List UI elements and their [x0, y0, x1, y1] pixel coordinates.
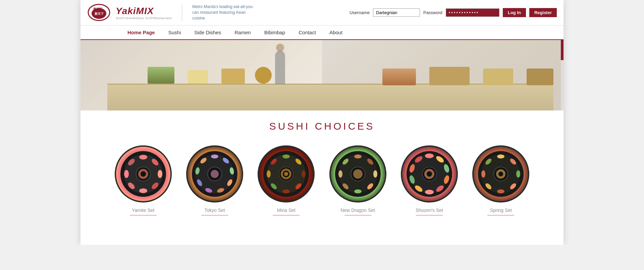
svg-point-36	[282, 189, 290, 193]
svg-point-73	[497, 154, 504, 159]
page-wrapper: 新天下 新天下 YakiMIX Sushi•Smokeless Grill•Re…	[80, 0, 564, 245]
main-content: SUSHI CHOICES	[80, 110, 564, 245]
svg-point-32	[282, 154, 290, 159]
sushi-underline-mina	[273, 215, 300, 216]
svg-point-29	[211, 170, 219, 178]
svg-point-68	[422, 167, 437, 181]
nav: Home Page Sushi Side Dishes Ramen Bibimb…	[80, 26, 564, 40]
logo-emblem: 新天下 新天下	[87, 3, 111, 22]
sushi-name-yamite: Yamite Set	[132, 208, 154, 213]
sushi-item-spring[interactable]: Spring Set	[465, 145, 537, 216]
nav-sushi[interactable]: Sushi	[162, 26, 188, 39]
svg-point-81	[494, 167, 507, 181]
logo-divider	[182, 4, 182, 21]
hero-banner	[80, 40, 564, 110]
svg-point-34	[302, 170, 306, 178]
svg-point-83	[498, 172, 503, 176]
sushi-underline-dragon	[344, 215, 371, 216]
sushi-name-spring: Spring Set	[490, 208, 512, 213]
svg-point-54	[351, 167, 365, 181]
nav-side-dishes[interactable]: Side Dishes	[187, 26, 228, 39]
sushi-item-dragon[interactable]: New Dragon Set	[322, 145, 393, 216]
sushi-image-tokyo	[186, 145, 243, 203]
password-input[interactable]	[446, 8, 499, 17]
hero-scrollbar-thumb	[561, 40, 564, 60]
sushi-item-yamite[interactable]: Yamite Set	[107, 145, 179, 216]
svg-point-77	[497, 189, 504, 193]
username-input[interactable]	[373, 8, 420, 17]
svg-point-50	[354, 189, 362, 193]
svg-point-79	[481, 170, 485, 178]
svg-point-19	[211, 154, 218, 159]
svg-point-55	[353, 169, 363, 179]
svg-point-48	[373, 170, 377, 178]
svg-point-42	[283, 171, 289, 177]
hero-scene	[80, 40, 564, 110]
header-right: Username Password Log In Register	[350, 8, 557, 17]
svg-point-12	[124, 170, 129, 178]
hero-scrollbar[interactable]	[561, 40, 564, 110]
sushi-image-dragon	[329, 145, 386, 203]
svg-point-8	[158, 170, 162, 178]
sushi-item-tokyo[interactable]: Tokyo Set	[179, 145, 250, 216]
sushi-item-mina[interactable]: Mina Set	[251, 145, 322, 216]
sushi-underline-yamite	[130, 215, 157, 216]
svg-point-75	[516, 170, 520, 178]
register-button[interactable]: Register	[529, 8, 557, 17]
nav-home[interactable]: Home Page	[121, 26, 162, 39]
sushi-name-mina: Mina Set	[277, 208, 296, 213]
svg-point-52	[338, 170, 342, 178]
logo-subtitle: Sushi•Smokeless Grill•Restaurant	[116, 16, 172, 20]
password-label: Password	[423, 10, 442, 15]
svg-point-70	[427, 171, 432, 177]
sushi-underline-tokyo	[201, 215, 228, 216]
svg-point-15	[138, 169, 148, 179]
logo-brand: YakiMIX Sushi•Smokeless Grill•Restaurant	[116, 6, 172, 20]
svg-point-46	[354, 154, 362, 159]
svg-point-58	[425, 153, 434, 158]
svg-point-28	[209, 168, 221, 180]
nav-about[interactable]: About	[323, 26, 349, 39]
login-button[interactable]: Log In	[503, 8, 526, 17]
section-title: SUSHI CHOICES	[80, 121, 564, 132]
svg-point-41	[281, 169, 291, 179]
svg-point-10	[139, 188, 147, 193]
svg-point-14	[137, 167, 150, 181]
svg-point-40	[279, 167, 293, 181]
svg-point-38	[267, 170, 271, 178]
username-label: Username	[350, 10, 370, 15]
nav-bibimbap[interactable]: Bibimbap	[258, 26, 292, 39]
sushi-grid: Yamite Set	[80, 145, 564, 216]
logo-name: YakiMIX	[116, 6, 172, 16]
header-left: 新天下 新天下 YakiMIX Sushi•Smokeless Grill•Re…	[87, 3, 259, 22]
sushi-name-tokyo: Tokyo Set	[204, 208, 225, 213]
sushi-image-shozen	[401, 145, 458, 203]
sushi-underline-shozen	[416, 215, 443, 216]
sushi-item-shozen[interactable]: Shozen's Set	[393, 145, 465, 216]
svg-point-69	[424, 169, 434, 179]
sushi-name-shozen: Shozen's Set	[416, 208, 443, 213]
sushi-image-mina	[258, 145, 315, 203]
logo-tagline: Metro Manila's leading eat-all-you-can r…	[192, 4, 259, 21]
sushi-name-dragon: New Dragon Set	[340, 208, 375, 213]
header: 新天下 新天下 YakiMIX Sushi•Smokeless Grill•Re…	[80, 0, 564, 26]
svg-point-6	[139, 155, 147, 160]
svg-text:新天下: 新天下	[95, 12, 104, 15]
nav-contact[interactable]: Contact	[292, 26, 323, 39]
svg-point-82	[496, 169, 505, 179]
nav-ramen[interactable]: Ramen	[228, 26, 257, 39]
svg-point-5	[124, 154, 163, 193]
sushi-image-yamite	[115, 145, 172, 203]
svg-point-16	[141, 171, 146, 177]
svg-point-43	[284, 172, 288, 176]
sushi-image-spring	[472, 145, 529, 203]
svg-point-63	[425, 190, 434, 194]
sushi-underline-spring	[487, 215, 514, 216]
